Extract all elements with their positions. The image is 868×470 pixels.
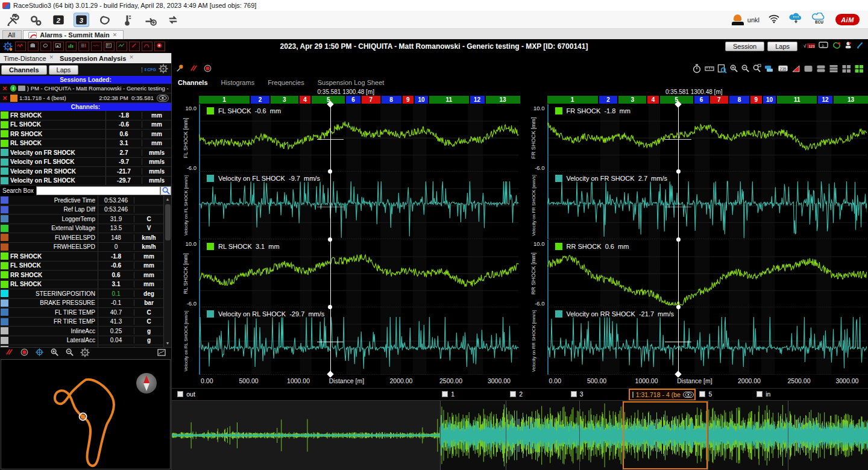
analysis-icon[interactable] [116, 42, 127, 51]
channel-row[interactable]: RL SHOCK 3.1 mm [0, 280, 163, 290]
zoom-area-icon[interactable] [752, 64, 761, 75]
laps-button-sidebar[interactable]: Laps [49, 65, 79, 75]
scrollbar-thumb[interactable] [165, 204, 171, 240]
display-icon[interactable]: 3· [818, 40, 829, 52]
lap-segment[interactable]: 6 [346, 96, 360, 104]
list-icon[interactable] [78, 42, 89, 51]
rs3-icon[interactable]: 3 [74, 13, 89, 27]
driver-icon[interactable] [844, 40, 853, 52]
session-button[interactable]: Session [725, 42, 764, 51]
cloud-download-icon[interactable] [788, 13, 803, 27]
ruler-icon[interactable] [704, 64, 715, 76]
channel-row[interactable]: FLWHEELSPD 148 km/h [0, 233, 163, 243]
lap-checkbox-3[interactable]: 3 [571, 390, 583, 398]
wifi-icon[interactable] [768, 14, 780, 26]
slashes-icon[interactable] [189, 64, 198, 75]
edit-icon[interactable] [856, 40, 864, 52]
cursor-line[interactable] [330, 104, 331, 375]
channel-row[interactable]: VerticalAcc 0.98 g [0, 345, 163, 347]
center-target-icon[interactable] [35, 348, 44, 359]
panes-icon[interactable] [764, 64, 775, 76]
remove-session-icon[interactable]: × [1, 85, 8, 92]
subplot-rr-shock[interactable]: RR SHOCK 0.6 mm [547, 240, 867, 307]
eye-icon[interactable] [683, 392, 694, 398]
cursor-line[interactable] [678, 104, 679, 375]
lap-segment[interactable]: 9 [403, 96, 414, 104]
wrench-icon[interactable] [5, 13, 20, 27]
subplot-velocity-on-fl-shock[interactable]: Velocity on FL SHOCK -9.7 mm/s [199, 172, 519, 239]
lap-segment[interactable]: 12 [818, 96, 832, 104]
channel-row[interactable]: LateralAcc 0.04 g [0, 336, 163, 346]
channel-row[interactable]: External Voltage 13.5 V [0, 224, 163, 234]
chart-tab-frequencies[interactable]: Frequencies [268, 79, 304, 86]
checkbox[interactable] [699, 391, 705, 397]
lap-segment[interactable]: 3 [271, 96, 298, 104]
close-icon[interactable]: ✕ [49, 54, 54, 60]
lap-segment[interactable]: 7 [710, 96, 729, 104]
user-account-button[interactable]: unkl [732, 14, 760, 25]
bars-icon[interactable] [66, 42, 77, 51]
triangle-icon[interactable] [791, 64, 801, 76]
lap-segment[interactable]: 11 [429, 96, 469, 104]
channel-row[interactable]: Predictive Time 0:53.246 [0, 196, 163, 205]
layout-3-icon[interactable] [829, 64, 839, 76]
calendar-icon[interactable] [104, 42, 115, 51]
track-icon[interactable] [96, 13, 112, 27]
subplot-fl-shock[interactable]: FL SHOCK -0.6 mm [199, 104, 519, 172]
pin-icon[interactable] [175, 64, 184, 75]
lap-checkbox-2[interactable]: 2 [510, 390, 523, 398]
channel-row[interactable]: FRWHEELSPD 0 km/h [0, 243, 163, 252]
channel-row[interactable]: STEERINGPOSITION 0.1 deg [0, 289, 163, 299]
tab-alarms-summit-main[interactable]: Alarms - Summit Main✕ [23, 30, 124, 39]
search-input[interactable] [36, 186, 160, 195]
trackmini-icon[interactable] [40, 42, 51, 51]
subplot-rl-shock[interactable]: RL SHOCK 3.1 mm [199, 240, 519, 307]
gear-icon[interactable] [159, 64, 168, 76]
checkbox[interactable] [510, 391, 516, 397]
lap-segment[interactable]: 10 [763, 96, 776, 104]
transfer-icon[interactable] [165, 13, 181, 27]
gear-icon[interactable] [80, 348, 90, 360]
channel-row[interactable]: LoggerTemp 31.9 C [0, 215, 163, 224]
lap-segment[interactable]: 11 [777, 96, 817, 104]
lap-checkbox-out[interactable]: out [177, 390, 195, 398]
measures-icon[interactable] [91, 42, 102, 51]
zoom-in-icon[interactable] [50, 348, 59, 359]
math-icon[interactable]: √123 [800, 40, 815, 52]
lap-segment[interactable]: 4 [647, 96, 659, 104]
remove-lap-icon[interactable]: × [1, 95, 8, 102]
layout-single-icon[interactable] [804, 64, 814, 76]
counter-235-icon[interactable]: 235 [777, 64, 789, 76]
cloud-ecu-icon[interactable]: ECU [811, 13, 827, 27]
checkbox[interactable] [756, 391, 763, 397]
lap-checkbox-1[interactable]: 1 [442, 390, 454, 398]
track-map-panel[interactable] [1, 359, 171, 469]
channel-row[interactable]: Velocity on FR SHOCK 2.7 mm/s [0, 148, 171, 158]
channel-row[interactable]: RL SHOCK 3.1 mm [0, 139, 171, 149]
signal-icon[interactable] [15, 42, 26, 51]
lap-segment[interactable]: 8 [729, 96, 749, 104]
close-tab-icon[interactable]: ✕ [113, 32, 118, 38]
map-small-icon[interactable] [157, 348, 166, 360]
checkbox[interactable] [442, 391, 448, 397]
lap-segment[interactable]: 8 [382, 96, 401, 104]
rs2-icon[interactable]: 2 [51, 13, 66, 27]
snapshot-icon[interactable] [53, 42, 64, 51]
channels-button[interactable]: Channels [1, 65, 47, 75]
search-icon[interactable] [160, 186, 171, 195]
tab-all[interactable]: All [2, 30, 22, 39]
channel-row[interactable]: Velocity on RL SHOCK -29.7 mm/s [0, 177, 171, 186]
record-icon[interactable] [20, 348, 29, 359]
info-icon[interactable]: i [10, 85, 17, 92]
cfg-icon[interactable]: ⇕CFG [142, 67, 156, 72]
curve-icon[interactable] [142, 42, 153, 51]
lap-segment[interactable]: 13 [834, 96, 868, 104]
close-icon[interactable]: ✕ [129, 54, 134, 60]
plot-area[interactable]: FL SHOCK -0.6 mm Velocity on FL SHOCK -9… [199, 104, 519, 375]
tab-time-distance[interactable]: Time-Distance [4, 55, 46, 62]
temperature-icon[interactable] [119, 13, 135, 27]
lap-segment[interactable]: 6 [694, 96, 709, 104]
checkbox[interactable] [177, 391, 183, 397]
add-icon[interactable] [154, 42, 165, 51]
channel-row[interactable]: FL SHOCK -0.6 mm [0, 121, 171, 130]
